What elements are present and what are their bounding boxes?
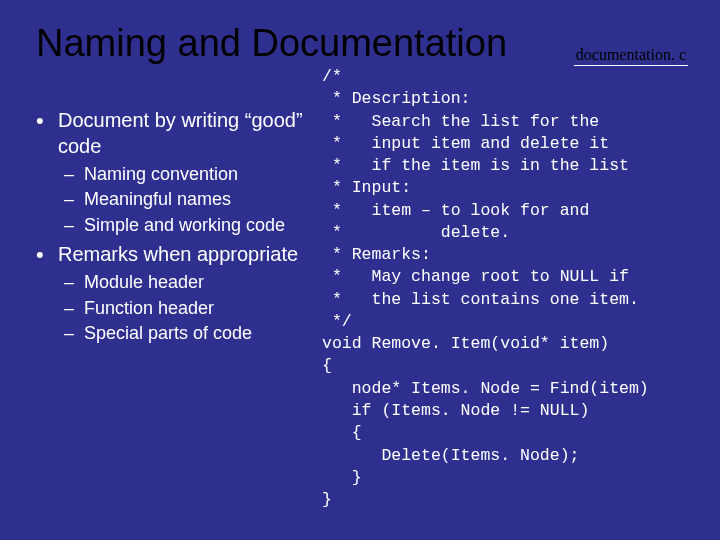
bullet-sub-2-3: Special parts of code: [36, 322, 334, 345]
bullet-sub-2-2: Function header: [36, 297, 334, 320]
bullet-column: Document by writing “good” code Naming c…: [36, 69, 334, 347]
bullet-sub-2-1: Module header: [36, 271, 334, 294]
bullet-sub-1-1: Naming convention: [36, 163, 334, 186]
slide: Naming and Documentation documentation. …: [0, 0, 720, 540]
code-column: /* * Description: * Search the list for …: [322, 66, 702, 511]
bullet-sub-1-3: Simple and working code: [36, 214, 334, 237]
bullet-main-1: Document by writing “good” code: [36, 107, 334, 159]
filename-label: documentation. c: [574, 46, 688, 66]
bullet-sub-1-2: Meaningful names: [36, 188, 334, 211]
code-block: /* * Description: * Search the list for …: [322, 66, 702, 511]
content-row: Document by writing “good” code Naming c…: [36, 69, 690, 347]
bullet-main-2: Remarks when appropriate: [36, 241, 334, 267]
